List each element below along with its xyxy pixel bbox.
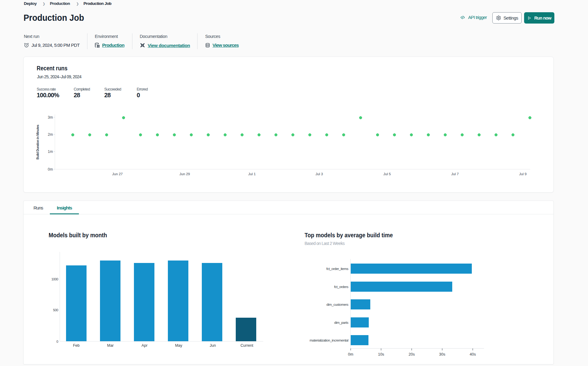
svg-text:0: 0 [56,340,58,343]
svg-text:Jun: Jun [210,343,216,348]
svg-text:Jun 27: Jun 27 [112,172,123,176]
svg-text:dim_parts: dim_parts [334,321,349,324]
svg-text:30s: 30s [439,352,445,357]
svg-text:1m: 1m [48,150,53,154]
svg-text:10s: 10s [378,352,384,357]
svg-text:1000: 1000 [51,277,58,281]
svg-text:Jul 7: Jul 7 [451,172,459,176]
svg-text:dim_customers: dim_customers [327,303,349,306]
svg-text:500: 500 [53,308,58,312]
svg-text:fct_order_items: fct_order_items [326,267,349,271]
svg-text:May: May [175,343,182,348]
svg-text:Jul 5: Jul 5 [383,172,391,176]
svg-text:Jul 3: Jul 3 [316,172,323,176]
svg-text:2m: 2m [48,132,53,137]
svg-text:Mar: Mar [107,343,114,348]
svg-text:3m: 3m [48,115,53,120]
svg-text:Jul 9: Jul 9 [519,172,527,176]
svg-text:Apr: Apr [142,343,147,348]
svg-text:Build Duration in Minutes: Build Duration in Minutes [36,125,39,160]
svg-text:materialization_incremental: materialization_incremental [310,338,348,342]
svg-text:0m: 0m [348,352,353,357]
svg-text:0m: 0m [48,167,53,172]
svg-text:fct_orders: fct_orders [334,285,349,289]
svg-text:Jun 29: Jun 29 [179,172,190,176]
svg-text:Current: Current [241,343,253,348]
svg-text:40s: 40s [470,352,476,357]
svg-text:20s: 20s [409,352,415,357]
svg-text:Jul 1: Jul 1 [248,172,256,176]
svg-text:Feb: Feb [73,343,80,348]
